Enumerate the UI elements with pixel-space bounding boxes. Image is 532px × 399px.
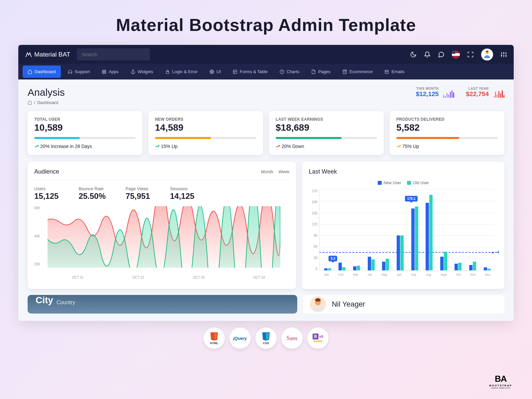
breadcrumb-current: Dashboard <box>37 100 59 105</box>
nav-tab-ui[interactable]: UI <box>204 66 226 78</box>
trend-icon <box>276 144 280 149</box>
fullscreen-icon[interactable] <box>467 51 474 58</box>
bar-group-Sept <box>440 189 447 270</box>
hero-title: Material Bootstrap Admin Template <box>0 0 532 45</box>
nav-tab-charts[interactable]: Charts <box>275 66 304 78</box>
brand-icon <box>25 51 32 58</box>
content-area: Analysis / Dashboard THIS MONTH $12,125 <box>18 79 514 321</box>
aud-stat: Users15,125 <box>34 186 59 201</box>
aud-stat: Sessions14,125 <box>170 186 194 201</box>
tooltip-aug: 178.1 <box>405 196 417 201</box>
audience-title: Audience <box>34 168 59 175</box>
nav-tab-ecommerce[interactable]: Ecommerce <box>337 66 377 78</box>
lastweek-title: Last Week <box>309 168 498 175</box>
nav-tab-emails[interactable]: Emails <box>379 66 409 78</box>
audience-toggle: Month Week <box>261 169 289 174</box>
home-icon[interactable] <box>28 100 32 105</box>
audience-card: Audience Month Week Users15,125Bounce Ra… <box>28 162 296 289</box>
nav-tab-login-error[interactable]: Login & Error <box>160 66 203 78</box>
brand-logo[interactable]: Material BAT <box>25 51 70 58</box>
flag-icon[interactable] <box>452 51 460 59</box>
charts-row: Audience Month Week Users15,125Bounce Ra… <box>28 162 504 289</box>
audience-stats: Users15,125Bounce Rate25.50%Page Views75… <box>34 186 289 201</box>
grid-icon <box>102 69 106 74</box>
person-icon <box>483 50 491 59</box>
tech-badges: HTML jQuery CSS Sass Bv5Stable <box>0 328 532 349</box>
layout-icon <box>233 69 237 74</box>
toggle-month[interactable]: Month <box>261 169 273 174</box>
page-title: Analysis <box>28 87 65 98</box>
bar-group-Feb <box>338 189 345 270</box>
chat-icon[interactable] <box>438 51 445 58</box>
tooltip-feb: 5.3 <box>329 256 337 261</box>
profile-name: Nil Yeager <box>332 300 365 309</box>
trend-icon <box>155 144 160 149</box>
search-icon <box>145 52 145 57</box>
breadcrumb: / Dashboard <box>28 100 65 105</box>
user-avatar[interactable] <box>481 49 493 61</box>
lastweek-legend: New User Old User <box>309 181 498 185</box>
kpi-row: TOTAL USER10,58920% Increase in 28 DaysN… <box>28 111 504 155</box>
bar-group-Jun <box>397 189 404 270</box>
profile-card[interactable]: Nil Yeager <box>303 295 504 314</box>
nav-tabs: DashboardSupportAppsWidgetsLogin & Error… <box>18 64 514 79</box>
cart-icon <box>342 69 347 74</box>
nav-tab-support[interactable]: Support <box>63 66 95 78</box>
area-chart-svg <box>48 206 280 268</box>
nav-tab-apps[interactable]: Apps <box>97 66 124 78</box>
file-icon <box>311 69 316 74</box>
kpi-card-0: TOTAL USER10,58920% Increase in 28 Days <box>28 111 142 155</box>
footer-logo: BA BOOTSTRAP ADMIN TEMPLATE <box>489 374 512 389</box>
bar-group-May <box>382 189 389 270</box>
trend-icon <box>396 144 401 149</box>
aud-stat: Page Views75,951 <box>126 186 150 201</box>
clock-icon <box>280 69 284 74</box>
bar-group-Nov <box>469 189 476 270</box>
badge-sass: Sass <box>281 328 303 349</box>
svg-point-0 <box>145 54 145 55</box>
bar-group-Apr <box>368 189 375 270</box>
search-box[interactable] <box>77 48 150 61</box>
nav-tab-forms-table[interactable]: Forms & Table <box>228 66 273 78</box>
moon-icon[interactable] <box>410 51 417 58</box>
badge-jquery: jQuery <box>229 328 251 349</box>
nav-tab-widgets[interactable]: Widgets <box>126 66 158 78</box>
summary-year: LAST YEAR $22,754 <box>466 87 504 98</box>
page-header: Analysis / Dashboard THIS MONTH $12,125 <box>28 87 504 105</box>
search-input[interactable] <box>81 52 145 57</box>
anchor-icon <box>131 69 135 74</box>
kpi-card-3: PRODUCTS DELIVERED5,58275% Up <box>390 111 504 155</box>
city-card[interactable]: City Country <box>28 295 297 314</box>
badge-bootstrap: Bv5Stable <box>307 328 329 349</box>
toggle-week[interactable]: Week <box>278 169 289 174</box>
badge-html5: HTML <box>203 328 225 349</box>
brand-text: Material BAT <box>34 51 70 58</box>
lastweek-chart: 2101801501209060300 4 5.3 178.1 JanFebMa… <box>309 189 498 282</box>
profile-avatar-icon <box>310 296 326 312</box>
lastweek-card: Last Week New User Old User 210180150120… <box>302 162 504 289</box>
topbar-actions <box>410 49 507 61</box>
mini-chart-month <box>443 90 454 98</box>
trend-icon <box>34 144 39 149</box>
summary-month: THIS MONTH $12,125 <box>416 87 455 98</box>
nav-tab-dashboard[interactable]: Dashboard <box>23 66 61 78</box>
summary-cards: THIS MONTH $12,125 LAST YEAR $22,754 <box>416 87 504 98</box>
mini-chart-year <box>493 90 504 98</box>
audience-chart: 60K40K20K OCT 21OCT 22OCT 23OCT 24 <box>34 206 289 279</box>
settings-icon[interactable] <box>500 51 507 58</box>
bar-group-Oct <box>455 189 462 270</box>
home-icon <box>28 69 32 74</box>
bottom-row: City Country Nil Yeager <box>28 295 504 314</box>
lock-icon <box>165 69 170 74</box>
kpi-card-2: LAST WEEK EARNINGS$18,68920% Down <box>269 111 384 155</box>
headphones-icon <box>68 69 72 74</box>
target-icon <box>209 69 214 74</box>
bar-group-Aug <box>426 189 433 270</box>
badge-css3: CSS <box>255 328 277 349</box>
nav-tab-pages[interactable]: Pages <box>306 66 335 78</box>
mail-icon <box>384 69 389 74</box>
bar-group-Dec <box>484 189 491 270</box>
bell-icon[interactable] <box>424 51 431 58</box>
topbar: Material BAT <box>18 45 514 64</box>
bar-group-Mar <box>353 189 360 270</box>
